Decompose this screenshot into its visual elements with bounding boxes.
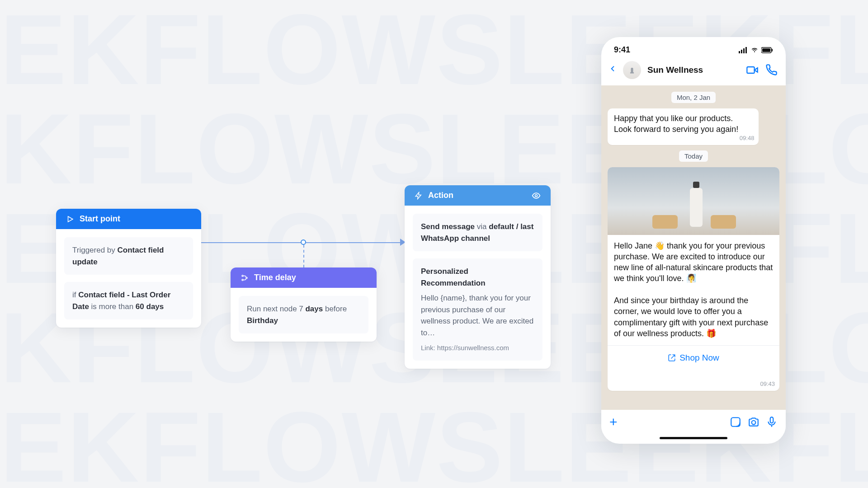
svg-rect-12 xyxy=(631,68,633,73)
svg-rect-11 xyxy=(772,49,773,52)
mic-icon[interactable] xyxy=(766,416,778,428)
status-time: 9:41 xyxy=(614,45,630,55)
svg-rect-5 xyxy=(739,51,740,53)
phone-mockup: 9:41 Sun Wellness Mon, 2 Jan Happy that … xyxy=(601,37,786,444)
battery-icon xyxy=(761,47,773,53)
video-call-icon[interactable] xyxy=(746,64,759,76)
svg-rect-7 xyxy=(743,48,745,53)
status-icons xyxy=(739,47,773,53)
bolt-icon xyxy=(415,192,423,200)
message-timestamp: 09:48 xyxy=(740,134,755,142)
home-indicator xyxy=(660,437,727,439)
external-link-icon xyxy=(668,354,676,362)
time-delay-node[interactable]: Time delay Run next node 7 days before B… xyxy=(231,267,377,342)
sticker-icon[interactable] xyxy=(730,416,741,428)
avatar[interactable] xyxy=(623,61,641,79)
trigger-card[interactable]: Triggered by Contact field update xyxy=(64,237,193,275)
connector-vertical xyxy=(303,245,304,267)
condition-card[interactable]: if Contact field - Last Order Date is mo… xyxy=(64,282,193,319)
product-image xyxy=(608,167,779,235)
recommendation-link: Link: https://sunwellness.com xyxy=(421,343,534,353)
rich-message-p2: And since your birthday is around the co… xyxy=(614,295,773,339)
cellular-icon xyxy=(739,47,748,53)
delay-rule-card[interactable]: Run next node 7 days before Birthday xyxy=(239,296,368,333)
chat-body: Mon, 2 Jan Happy that you like our produ… xyxy=(601,85,786,410)
rich-message-p1: Hello Jane 👋 thank you for your previous… xyxy=(614,240,773,284)
camera-icon[interactable] xyxy=(748,416,760,428)
recommendation-title: Personalized Recommendation xyxy=(421,266,534,289)
svg-point-3 xyxy=(246,277,247,278)
back-icon[interactable] xyxy=(609,63,617,78)
time-delay-title: Time delay xyxy=(254,273,296,282)
svg-rect-6 xyxy=(741,50,742,53)
svg-point-2 xyxy=(242,279,243,281)
svg-rect-13 xyxy=(630,72,634,74)
branch-icon xyxy=(241,274,249,282)
action-node[interactable]: Action Send message via default / last W… xyxy=(405,185,551,369)
svg-point-1 xyxy=(242,275,243,277)
time-delay-header: Time delay xyxy=(231,267,377,288)
action-title: Action xyxy=(428,191,526,200)
message-bubble-rich: Hello Jane 👋 thank you for your previous… xyxy=(608,167,779,391)
send-message-card[interactable]: Send message via default / last WhatsApp… xyxy=(413,214,542,251)
recommendation-card[interactable]: Personalized Recommendation Hello {name}… xyxy=(413,258,542,361)
svg-rect-14 xyxy=(747,67,754,73)
attach-button[interactable]: + xyxy=(609,414,618,430)
voice-call-icon[interactable] xyxy=(765,64,778,76)
svg-point-4 xyxy=(535,194,538,197)
svg-marker-0 xyxy=(68,216,73,222)
status-bar: 9:41 xyxy=(601,37,786,57)
svg-point-16 xyxy=(752,421,756,425)
chat-input-bar: + xyxy=(601,410,786,433)
start-point-header: Start point xyxy=(56,209,201,229)
message-bubble-1: Happy that you like our products. Look f… xyxy=(608,108,759,145)
shop-now-button[interactable]: Shop Now xyxy=(608,345,779,370)
svg-rect-17 xyxy=(770,417,774,423)
date-chip: Mon, 2 Jan xyxy=(671,92,716,103)
connector-junction-dot xyxy=(301,239,306,245)
svg-rect-8 xyxy=(745,47,747,53)
chat-header: Sun Wellness xyxy=(601,57,786,85)
start-point-title: Start point xyxy=(80,214,120,224)
message-timestamp: 09:43 xyxy=(760,380,775,388)
wifi-icon xyxy=(750,47,759,53)
eye-icon[interactable] xyxy=(532,191,541,200)
action-header: Action xyxy=(405,185,551,206)
contact-name: Sun Wellness xyxy=(647,65,740,75)
date-chip: Today xyxy=(679,150,708,162)
recommendation-body: Hello {name}, thank you for your previou… xyxy=(421,292,534,338)
svg-rect-10 xyxy=(762,48,770,52)
play-icon xyxy=(66,215,74,223)
start-point-node[interactable]: Start point Triggered by Contact field u… xyxy=(56,209,201,328)
